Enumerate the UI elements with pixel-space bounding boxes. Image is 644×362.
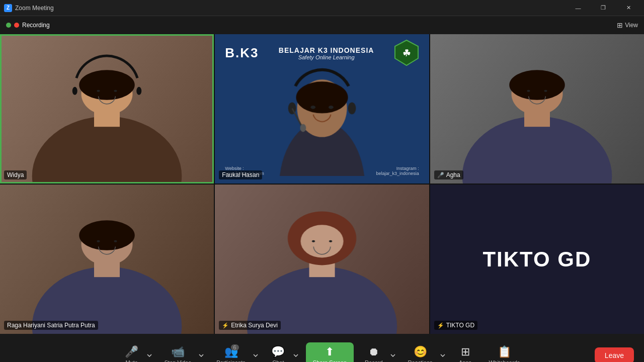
bk3-sub-title: Safety Online Learning (279, 54, 374, 60)
bk3-header: B.K3 BELAJAR K3 INDONESIA Safety Online … (215, 34, 429, 72)
whiteboards-label: Whiteboards (489, 359, 520, 362)
zoom-icon: Z (4, 4, 12, 12)
view-label: View (625, 22, 638, 29)
share-screen-label: Share Screen (313, 359, 347, 362)
title-bar: Z Zoom Meeting — ❐ ✕ (0, 0, 644, 16)
bk3-title: BELAJAR K3 INDONESIA Safety Online Learn… (279, 46, 374, 60)
faukal-name-label: Faukal Hasan (222, 171, 259, 178)
leave-button[interactable]: Leave (595, 347, 634, 362)
whiteboards-button[interactable]: 📋 Whiteboards (484, 343, 525, 362)
reactions-icon: 😊 (414, 345, 427, 358)
stop-video-button[interactable]: 📹 Stop Video (159, 343, 197, 362)
chat-chevron[interactable] (292, 343, 300, 362)
chat-label: Chat (272, 359, 284, 362)
recording-label: Recording (22, 22, 50, 29)
video-icon: 📹 (171, 345, 185, 358)
top-bar: Recording ⊞ View (0, 16, 644, 34)
whiteboards-icon: 📋 (498, 345, 511, 358)
close-button[interactable]: ✕ (617, 0, 640, 16)
video-etrika (215, 185, 429, 334)
reactions-button[interactable]: 😊 Reactions (403, 343, 438, 362)
apps-button[interactable]: ⊞ Apps (453, 343, 478, 362)
mute-icon: 🎤 (125, 345, 138, 358)
toolbar-center: 🎤 Mute 📹 Stop Video 👥 6 (117, 342, 527, 362)
mute-group: 🎤 Mute (119, 343, 153, 362)
leave-button-container: Leave (595, 347, 634, 362)
participant-cell-agha: 🎤 Agha (430, 34, 644, 184)
reactions-label: Reactions (408, 359, 433, 362)
view-button[interactable]: ⊞ View (617, 21, 638, 29)
svg-text:☘: ☘ (403, 48, 411, 58)
bk3-main-title: BELAJAR K3 INDONESIA (279, 46, 374, 54)
mute-label: Mute (126, 359, 138, 362)
agha-name-label: Agha (446, 171, 460, 178)
apps-label: Apps (459, 359, 471, 362)
participant-name-agha: 🎤 Agha (434, 170, 463, 179)
participant-cell-widya: Widya (0, 34, 214, 184)
participant-cell-tikto: TIKTO GD ⚡ TIKTO GD (430, 185, 644, 334)
reactions-group: 😊 Reactions (403, 343, 447, 362)
participants-count: 6 (231, 344, 239, 350)
mic-off-icon-agha: 🎤 (437, 172, 444, 178)
participant-name-tikto: ⚡ TIKTO GD (434, 321, 477, 330)
title-bar-left: Z Zoom Meeting (4, 4, 54, 12)
participant-cell-raga: Raga Hariyani Satria Putra Putra (0, 185, 214, 334)
participant-cell-faukal: B.K3 BELAJAR K3 INDONESIA Safety Online … (215, 34, 429, 184)
record-group: ⏺ Record (360, 343, 396, 362)
video-faukal (215, 67, 429, 176)
title-bar-controls: — ❐ ✕ (567, 0, 640, 16)
chat-button[interactable]: 💬 Chat (266, 343, 291, 362)
restore-button[interactable]: ❐ (592, 0, 615, 16)
whiteboards-group: 📋 Whiteboards (484, 343, 525, 362)
tikto-display-name: TIKTO GD (482, 247, 591, 272)
chat-icon: 💬 (271, 345, 285, 358)
tikto-name-label: TIKTO GD (446, 322, 474, 329)
participants-chevron[interactable] (252, 343, 260, 362)
bk3-logo: B.K3 (225, 45, 259, 61)
participants-group: 👥 6 Participants (211, 343, 259, 362)
video-label: Stop Video (165, 359, 192, 362)
participant-name-widya: Widya (4, 170, 27, 179)
mic-off-icon-etrika: ⚡ (222, 322, 229, 329)
record-button[interactable]: ⏺ Record (360, 343, 387, 362)
recording-badge: Recording (6, 22, 50, 29)
share-screen-button[interactable]: ⬆ Share Screen (306, 342, 354, 362)
apps-icon: ⊞ (461, 345, 470, 358)
participant-cell-etrika: ⚡ Etrika Surya Devi (215, 185, 429, 334)
chat-group: 💬 Chat (266, 343, 300, 362)
apps-group: ⊞ Apps (453, 343, 478, 362)
minimize-button[interactable]: — (567, 0, 590, 16)
etrika-name-label: Etrika Surya Devi (231, 322, 278, 329)
video-group: 📹 Stop Video (159, 343, 206, 362)
video-raga (0, 185, 214, 334)
participant-name-raga: Raga Hariyani Satria Putra Putra (4, 321, 98, 330)
video-grid: Widya B.K3 BELAJAR K3 INDONESIA Safety O… (0, 34, 644, 334)
record-label: Record (365, 359, 382, 362)
window-title: Zoom Meeting (15, 5, 54, 12)
raga-name-label: Raga Hariyani Satria Putra Putra (7, 322, 95, 329)
mute-button[interactable]: 🎤 Mute (119, 343, 144, 362)
toolbar: 🎤 Mute 📹 Stop Video 👥 6 (0, 334, 644, 362)
share-screen-group: ⬆ Share Screen (306, 342, 354, 362)
participants-icon: 👥 6 (224, 345, 238, 358)
connection-indicator (6, 23, 11, 28)
share-screen-icon: ⬆ (325, 345, 334, 358)
mic-off-icon-tikto: ⚡ (437, 322, 444, 329)
participants-button[interactable]: 👥 6 Participants (211, 343, 250, 362)
record-chevron[interactable] (389, 343, 397, 362)
recording-indicator (14, 23, 19, 28)
participant-name-etrika: ⚡ Etrika Surya Devi (219, 321, 281, 330)
mute-chevron[interactable] (145, 343, 153, 362)
video-agha (430, 34, 644, 184)
video-chevron[interactable] (197, 343, 205, 362)
reactions-chevron[interactable] (439, 343, 447, 362)
bk3-shield-icon: ☘ (394, 39, 419, 67)
record-icon: ⏺ (368, 345, 379, 358)
widya-name-label: Widya (7, 171, 24, 178)
bk3-instagram: Instagram : belajar_k3_indonesia (376, 166, 419, 176)
video-widya (0, 34, 214, 184)
participant-name-faukal: Faukal Hasan (219, 170, 262, 179)
participants-label: Participants (216, 359, 245, 362)
